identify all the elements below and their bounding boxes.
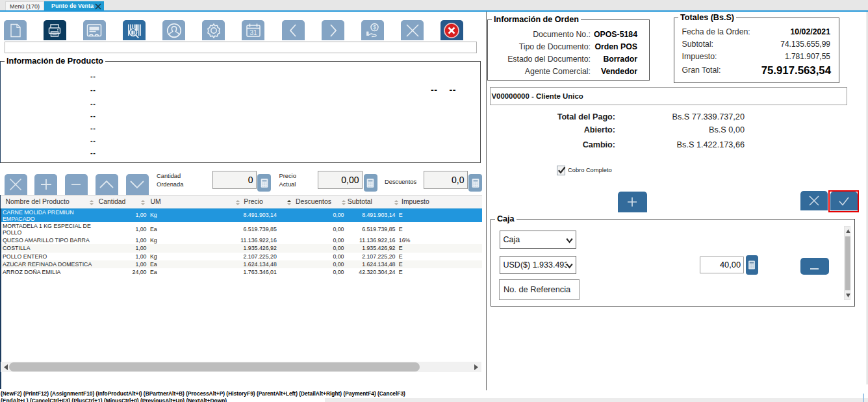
svg-text:31: 31 bbox=[249, 29, 257, 36]
svg-text:$: $ bbox=[373, 24, 376, 31]
